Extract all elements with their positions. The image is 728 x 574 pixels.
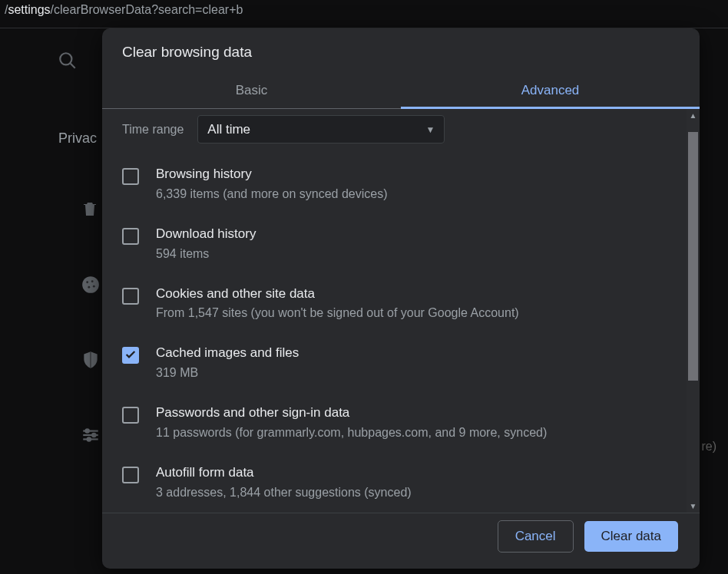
option-subtitle: 11 passwords (for grammarly.com, hubpage… xyxy=(156,424,547,442)
checkbox-autofill[interactable] xyxy=(122,467,139,483)
option-subtitle: 319 MB xyxy=(156,364,299,382)
scroll-down-button[interactable]: ▼ xyxy=(687,500,700,513)
checkbox-cookies[interactable] xyxy=(122,288,139,305)
time-range-select[interactable]: All time ▼ xyxy=(197,115,445,144)
dialog-tabs: Basic Advanced xyxy=(102,73,700,109)
tune-icon xyxy=(81,425,101,448)
option-subtitle: 594 items xyxy=(156,245,256,263)
option-autofill: Autofill form data3 addresses, 1,844 oth… xyxy=(122,453,667,513)
checkbox-download-history[interactable] xyxy=(122,228,139,245)
svg-point-10 xyxy=(86,429,89,432)
checkbox-cached-images[interactable] xyxy=(122,347,139,364)
clear-data-button[interactable]: Clear data xyxy=(584,521,678,552)
svg-point-4 xyxy=(91,280,94,282)
search-icon xyxy=(58,51,78,74)
svg-point-5 xyxy=(88,286,90,289)
svg-point-3 xyxy=(86,281,88,283)
option-title: Cached images and files xyxy=(156,344,299,362)
svg-point-2 xyxy=(82,276,99,293)
option-download-history: Download history594 items xyxy=(122,214,667,274)
option-subtitle: From 1,547 sites (you won't be signed ou… xyxy=(156,304,519,322)
dialog-title: Clear browsing data xyxy=(102,28,700,73)
trash-icon xyxy=(81,200,99,221)
option-passwords: Passwords and other sign-in data11 passw… xyxy=(122,393,667,453)
address-bar[interactable]: /settings/clearBrowserData?search=clear+… xyxy=(0,0,728,28)
option-title: Cookies and other site data xyxy=(156,285,519,303)
svg-point-11 xyxy=(92,434,95,437)
tab-advanced[interactable]: Advanced xyxy=(401,73,700,109)
option-subtitle: 6,339 items (and more on synced devices) xyxy=(156,185,387,203)
option-title: Autofill form data xyxy=(156,463,412,482)
option-title: Download history xyxy=(156,225,256,243)
address-text: /settings/clearBrowserData?search=clear+… xyxy=(5,3,243,16)
time-range-label: Time range xyxy=(122,123,184,137)
cookie-icon xyxy=(81,275,101,298)
checkbox-passwords[interactable] xyxy=(122,407,139,424)
option-title: Passwords and other sign-in data xyxy=(156,404,547,422)
dialog-footer: Cancel Clear data xyxy=(102,513,700,569)
svg-point-12 xyxy=(88,437,91,440)
scrollbar-thumb[interactable] xyxy=(688,132,698,381)
time-range-value: All time xyxy=(207,122,250,137)
clear-browsing-data-dialog: Clear browsing data Basic Advanced Time … xyxy=(102,28,700,569)
option-title: Browsing history xyxy=(156,165,387,183)
option-cookies: Cookies and other site dataFrom 1,547 si… xyxy=(122,274,667,334)
svg-line-1 xyxy=(71,64,75,68)
svg-point-6 xyxy=(93,285,95,288)
scrollbar[interactable]: ▲ ▼ xyxy=(687,109,700,513)
svg-point-0 xyxy=(60,53,71,64)
option-browsing-history: Browsing history6,339 items (and more on… xyxy=(122,154,667,214)
scroll-up-button[interactable]: ▲ xyxy=(687,109,700,122)
option-subtitle: 3 addresses, 1,844 other suggestions (sy… xyxy=(156,483,412,502)
tab-basic[interactable]: Basic xyxy=(102,73,401,108)
checkbox-browsing-history[interactable] xyxy=(122,168,139,185)
cancel-button[interactable]: Cancel xyxy=(498,520,574,553)
chevron-down-icon: ▼ xyxy=(425,124,435,135)
background-heading: Privac xyxy=(58,130,97,147)
background-truncated-text: re) xyxy=(701,440,716,454)
dialog-scroll-area[interactable]: Time range All time ▼ Browsing history6,… xyxy=(102,109,687,513)
option-cached-images: Cached images and files319 MB xyxy=(122,333,667,393)
shield-icon xyxy=(81,350,101,373)
